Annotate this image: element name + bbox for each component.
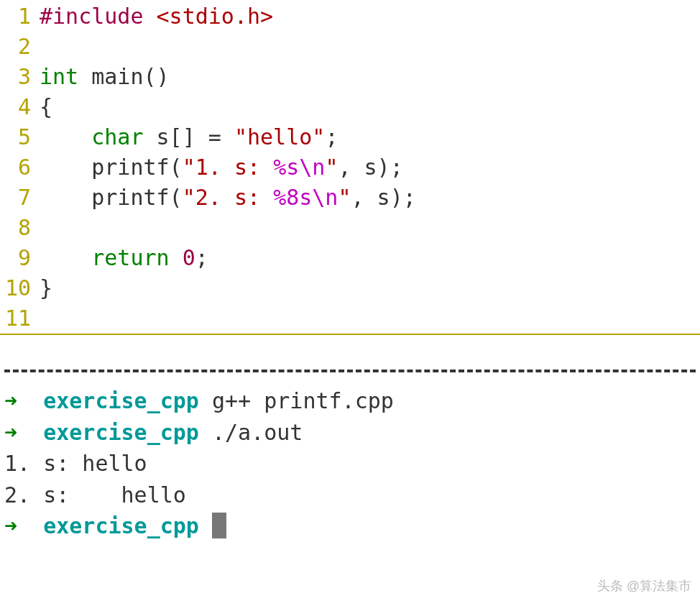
code-content: char s[] = "hello"; [40,122,700,152]
code-token: 0 [183,245,195,270]
code-token: %s [273,155,299,180]
code-line: 1#include <stdio.h> [0,1,700,32]
terminal-line: ➜ exercise_cpp g++ printf.cpp [4,385,696,417]
code-line: 4{ [0,92,700,122]
code-token: ; [325,124,338,150]
terminal-line: 2. s: hello [4,480,696,511]
code-token: } [40,275,52,300]
code-token: " [325,155,338,180]
code-token: printf( [40,185,183,210]
code-line: 3int main() [0,62,700,92]
terminal-output-text: 1. s: hello [4,451,147,476]
code-token: s[] = [144,124,234,150]
code-token: ; [195,245,208,270]
code-token: "2. s: [183,185,273,210]
terminal-command: g++ printf.cpp [212,388,394,413]
code-token: { [40,94,52,119]
prompt-arrow-icon: ➜ [4,420,17,445]
watermark-text: 头条 @算法集市 [597,577,691,595]
prompt-arrow-icon: ➜ [4,513,17,538]
line-number: 9 [0,243,40,273]
code-token: \n [299,155,325,180]
line-number: 11 [0,303,40,334]
code-token: " [338,185,351,210]
prompt-arrow-icon: ➜ [4,388,17,413]
line-number: 7 [0,183,40,213]
terminal-output: ➜ exercise_cpp g++ printf.cpp➜ exercise_… [0,372,700,542]
code-token: int [40,64,78,89]
code-token: "1. s: [183,155,273,180]
code-token: , s); [338,155,402,180]
code-token: <stdio.h> [157,4,274,29]
code-token [40,245,91,270]
line-number: 10 [0,273,40,303]
code-token [40,124,91,150]
code-token: "hello" [234,124,325,150]
code-token: %8s [273,185,312,210]
code-line: 7 printf("2. s: %8s\n", s); [0,183,700,213]
code-token [170,245,183,270]
code-line: 11 [0,303,700,334]
code-line: 8 [0,213,700,243]
line-number: 1 [0,1,40,32]
terminal-command: ./a.out [212,420,303,445]
code-content: return 0; [40,243,700,273]
cursor-icon [212,513,226,538]
code-content: printf("1. s: %s\n", s); [40,152,700,183]
code-content: #include <stdio.h> [40,1,700,32]
prompt-directory: exercise_cpp [43,388,199,413]
code-editor: 1#include <stdio.h>23int main()4{5 char … [0,0,700,335]
code-token: char [91,124,143,150]
code-token: \n [312,185,338,210]
terminal-line: 1. s: hello [4,448,696,480]
line-number: 6 [0,152,40,183]
line-number: 3 [0,62,40,92]
code-token: , s); [351,185,416,210]
code-line: 2 [0,32,700,62]
code-content: { [40,92,700,122]
code-token: #include [40,4,157,29]
code-line: 6 printf("1. s: %s\n", s); [0,152,700,183]
terminal-line: ➜ exercise_cpp [4,510,696,542]
code-token: return [91,245,169,270]
prompt-directory: exercise_cpp [43,420,199,445]
code-line: 5 char s[] = "hello"; [0,122,700,152]
code-token: printf( [40,155,183,180]
terminal-line: ➜ exercise_cpp ./a.out [4,417,696,449]
line-number: 4 [0,92,40,122]
code-content: int main() [40,62,700,92]
code-line: 9 return 0; [0,243,700,273]
line-number: 2 [0,32,40,62]
prompt-directory: exercise_cpp [43,513,199,538]
code-line: 10} [0,273,700,303]
code-token: main() [78,64,169,89]
terminal-output-text: 2. s: hello [4,482,186,508]
line-number: 8 [0,213,40,243]
code-content: } [40,273,700,303]
code-content: printf("2. s: %8s\n", s); [40,183,700,213]
line-number: 5 [0,122,40,152]
